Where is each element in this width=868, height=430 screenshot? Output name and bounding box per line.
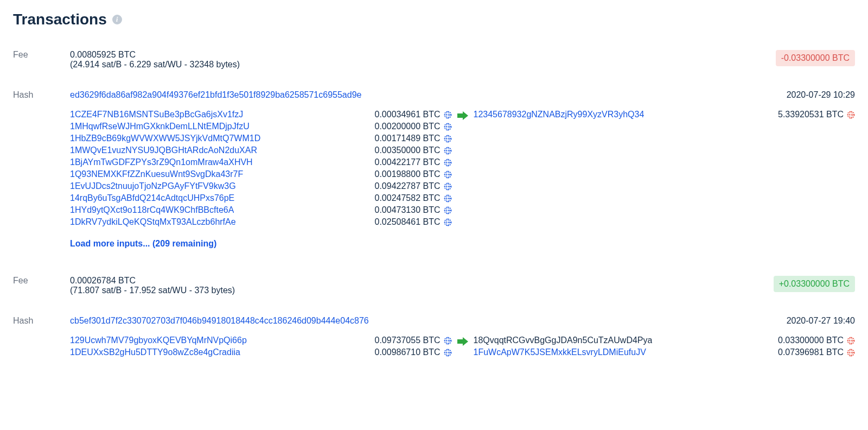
output-amount-wrap: 5.33920531 BTC — [778, 110, 855, 119]
input-row: 1MWQvE1vuzNYSU9JQBGHtARdcAoN2duXAR 0.003… — [70, 146, 452, 155]
fee-detail: (71.807 sat/B - 17.952 sat/WU - 373 byte… — [70, 286, 774, 295]
load-more-inputs: Load more inputs... (209 remaining) — [70, 239, 452, 249]
globe-icon[interactable] — [847, 349, 855, 357]
fee-amount: 0.00026784 BTC — [70, 276, 774, 286]
globe-icon[interactable] — [444, 111, 452, 119]
input-row: 1BjAYmTwGDFZPYs3rZ9Qn1omMraw4aXHVH 0.004… — [70, 157, 452, 167]
fee-amount: 0.00805925 BTC — [70, 50, 776, 60]
input-amount-wrap: 0.00171489 BTC — [375, 134, 452, 143]
net-badge: -0.03300000 BTC — [776, 50, 855, 66]
input-amount: 0.00200000 BTC — [375, 122, 441, 131]
net-badge-wrap: -0.03300000 BTC — [776, 50, 855, 66]
globe-icon[interactable] — [444, 349, 452, 357]
input-row: 14rqBy6uTsgABfdQ214cAdtqcUHPxs76pE 0.002… — [70, 193, 452, 203]
input-address[interactable]: 1EvUJDcs2tnuujoTjoNzPGAyFYtFV9kw3G — [70, 181, 236, 191]
globe-icon[interactable] — [444, 170, 452, 179]
input-row: 1Q93NEMXKFfZZnKuesuWnt9SvgDka43r7F 0.001… — [70, 169, 452, 179]
output-amount: 0.07396981 BTC — [778, 347, 844, 357]
page-title: Transactions i — [13, 11, 122, 28]
input-amount-wrap: 0.00350000 BTC — [375, 146, 452, 155]
input-row: 1HbZB9cB69kgWVWXWW5JSYjkVdMtQ7WM1D 0.001… — [70, 134, 452, 143]
output-amount: 5.33920531 BTC — [778, 110, 844, 119]
output-address[interactable]: 1FuWcApW7K5JSEMxkkELsvryLDMiEufuJV — [474, 347, 646, 357]
inputs-list: 1CZE4F7NB16MSNTSuBe3pBcGa6jsXv1fzJ 0.000… — [70, 110, 452, 249]
input-address[interactable]: 1DkRV7ydkiLQeKQStqMxT93ALczb6hrfAe — [70, 217, 236, 227]
input-amount: 0.00986710 BTC — [375, 347, 441, 357]
input-amount-wrap: 0.00198800 BTC — [375, 169, 452, 179]
input-amount: 0.00198800 BTC — [375, 169, 441, 179]
globe-icon[interactable] — [444, 337, 452, 345]
input-amount-wrap: 0.00986710 BTC — [375, 347, 452, 357]
input-address[interactable]: 1DEUXxSB2gHu5DTTY9o8wZc8e4gCradiia — [70, 347, 240, 357]
arrow-column — [452, 110, 474, 121]
globe-icon[interactable] — [444, 147, 452, 155]
input-row: 129Ucwh7MV79gbyoxKQEVBYqMrNVpQi66p 0.097… — [70, 336, 452, 345]
input-amount: 0.00422177 BTC — [375, 157, 441, 167]
io-wrap: 129Ucwh7MV79gbyoxKQEVBYqMrNVpQi66p 0.097… — [13, 336, 855, 357]
input-amount-wrap: 0.09737055 BTC — [375, 336, 452, 345]
input-amount-wrap: 0.00247582 BTC — [375, 193, 452, 203]
input-amount-wrap: 0.02508461 BTC — [375, 217, 452, 227]
input-amount-wrap: 0.09422787 BTC — [375, 181, 452, 191]
globe-icon[interactable] — [847, 337, 855, 345]
input-address[interactable]: 1BjAYmTwGDFZPYs3rZ9Qn1omMraw4aXHVH — [70, 157, 253, 167]
input-address[interactable]: 1CZE4F7NB16MSNTSuBe3pBcGa6jsXv1fzJ — [70, 110, 243, 119]
input-amount: 0.00171489 BTC — [375, 134, 441, 143]
hash-value-wrap: ed3629f6da86af982a904f49376ef21bfd1f3e50… — [70, 90, 787, 100]
fee-label: Fee — [13, 50, 70, 60]
io-wrap: 1CZE4F7NB16MSNTSuBe3pBcGa6jsXv1fzJ 0.000… — [13, 110, 855, 249]
hash-label: Hash — [13, 90, 70, 100]
globe-icon[interactable] — [444, 182, 452, 191]
hash-link[interactable]: ed3629f6da86af982a904f49376ef21bfd1f3e50… — [70, 90, 361, 99]
output-amount-wrap: 0.03300000 BTC — [778, 336, 855, 345]
input-amount: 0.00473130 BTC — [375, 205, 441, 215]
fee-value-wrap: 0.00026784 BTC (71.807 sat/B - 17.952 sa… — [70, 276, 774, 295]
globe-icon[interactable] — [444, 135, 452, 143]
fee-detail: (24.914 sat/B - 6.229 sat/WU - 32348 byt… — [70, 60, 776, 69]
inputs-list: 129Ucwh7MV79gbyoxKQEVBYqMrNVpQi66p 0.097… — [70, 336, 452, 357]
arrow-column — [452, 336, 474, 346]
load-more-link[interactable]: Load more inputs... (209 remaining) — [70, 239, 216, 248]
input-row: 1CZE4F7NB16MSNTSuBe3pBcGa6jsXv1fzJ 0.000… — [70, 110, 452, 119]
info-icon[interactable]: i — [112, 15, 122, 24]
input-amount: 0.02508461 BTC — [375, 217, 441, 227]
globe-icon[interactable] — [444, 159, 452, 167]
input-address[interactable]: 1HbZB9cB69kgWVWXWW5JSYjkVdMtQ7WM1D — [70, 134, 260, 143]
timestamp: 2020-07-27 19:40 — [787, 316, 855, 326]
globe-icon[interactable] — [444, 123, 452, 131]
globe-icon[interactable] — [444, 194, 452, 203]
output-address[interactable]: 12345678932gNZNABzjRy99XyzVR3yhQ34 — [474, 110, 644, 119]
input-address[interactable]: 1Q93NEMXKFfZZnKuesuWnt9SvgDka43r7F — [70, 169, 243, 179]
input-amount-wrap: 0.00034961 BTC — [375, 110, 452, 119]
input-amount: 0.09422787 BTC — [375, 181, 441, 191]
hash-row: Hash ed3629f6da86af982a904f49376ef21bfd1… — [13, 90, 855, 100]
input-address[interactable]: 129Ucwh7MV79gbyoxKQEVBYqMrNVpQi66p — [70, 336, 247, 345]
input-row: 1DkRV7ydkiLQeKQStqMxT93ALczb6hrfAe 0.025… — [70, 217, 452, 227]
net-badge: +0.03300000 BTC — [774, 276, 855, 292]
input-row: 1HYd9ytQXct9o118rCq4WK9ChfBBcfte6A 0.004… — [70, 205, 452, 215]
globe-icon[interactable] — [444, 206, 452, 214]
output-row: 12345678932gNZNABzjRy99XyzVR3yhQ34 5.339… — [474, 110, 856, 119]
title-text: Transactions — [13, 11, 107, 28]
outputs-list: 18QvqqtRCGvvBgGgJDA9n5CuTzAUwD4Pya 0.033… — [474, 336, 856, 357]
fee-value-wrap: 0.00805925 BTC (24.914 sat/B - 6.229 sat… — [70, 50, 776, 69]
input-address[interactable]: 1MWQvE1vuzNYSU9JQBGHtARdcAoN2duXAR — [70, 146, 257, 155]
globe-icon[interactable] — [444, 218, 452, 226]
hash-value-wrap: cb5ef301d7f2c330702703d7f046b94918018448… — [70, 316, 787, 326]
input-address[interactable]: 1MHqwfRseWJHmGXknkDemLLNtEMDjpJfzU — [70, 122, 250, 131]
input-amount: 0.00350000 BTC — [375, 146, 441, 155]
input-amount: 0.09737055 BTC — [375, 336, 441, 345]
globe-icon[interactable] — [847, 111, 855, 119]
arrow-icon — [456, 111, 469, 121]
input-address[interactable]: 1HYd9ytQXct9o118rCq4WK9ChfBBcfte6A — [70, 205, 234, 215]
input-amount-wrap: 0.00473130 BTC — [375, 205, 452, 215]
input-address[interactable]: 14rqBy6uTsgABfdQ214cAdtqcUHPxs76pE — [70, 193, 234, 203]
input-amount: 0.00247582 BTC — [375, 193, 441, 203]
transaction-block: Fee 0.00805925 BTC (24.914 sat/B - 6.229… — [13, 50, 855, 249]
timestamp: 2020-07-29 10:29 — [787, 90, 855, 100]
hash-link[interactable]: cb5ef301d7f2c330702703d7f046b94918018448… — [70, 316, 369, 325]
output-amount-wrap: 0.07396981 BTC — [778, 347, 855, 357]
fee-row: Fee 0.00026784 BTC (71.807 sat/B - 17.95… — [13, 276, 855, 295]
input-amount-wrap: 0.00422177 BTC — [375, 157, 452, 167]
input-row: 1MHqwfRseWJHmGXknkDemLLNtEMDjpJfzU 0.002… — [70, 122, 452, 131]
